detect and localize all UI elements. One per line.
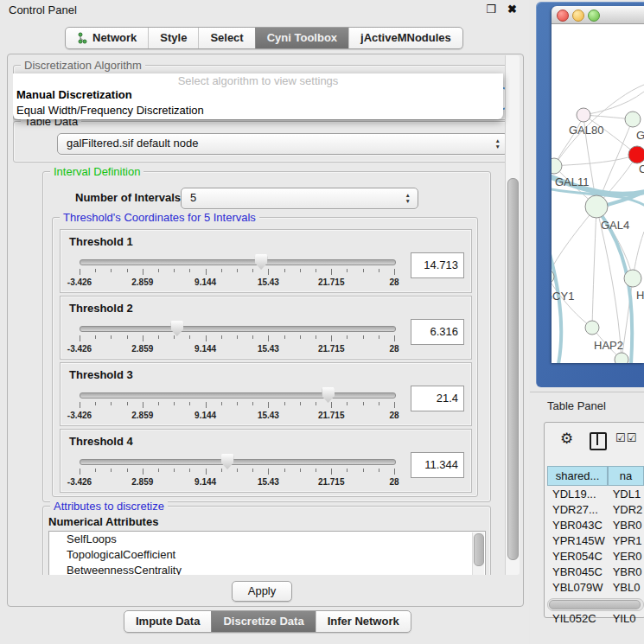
numerical-attributes-list[interactable]: SelfLoopsTopologicalCoefficientBetweenne… [48,531,486,575]
zoom-traffic-light-icon[interactable] [588,10,600,22]
table-row[interactable]: YBR043CYBR0 [547,518,644,533]
network-edge[interactable] [554,155,637,166]
network-node-green[interactable] [625,112,641,127]
table-row[interactable]: YER054CYER0 [547,549,644,564]
table-row[interactable]: YBL079WYBL0 [547,580,644,596]
attribute-item-betweennesscentrality[interactable]: BetweennessCentrality [49,563,485,575]
close-traffic-light-icon[interactable] [557,10,569,22]
dropdown-item-manual-discretization[interactable]: Manual Discretization [13,87,503,103]
threshold-value-field[interactable]: 14.713 [411,252,464,278]
close-icon[interactable]: ✖ [507,3,517,16]
num-intervals-label: Number of Intervals [75,191,181,204]
threshold-value-field[interactable]: 11.344 [411,452,464,478]
slider-thumb[interactable] [322,387,335,403]
gear-icon[interactable]: ⚙ [560,430,573,448]
network-node-pink[interactable] [577,108,590,122]
network-edge[interactable] [552,207,596,277]
stepper-down-icon: ▼ [405,198,411,204]
tick-mark [347,269,348,272]
network-edge[interactable] [592,207,596,328]
tick-mark [189,335,190,339]
table-row[interactable]: YPR145WYPR1 [547,533,644,549]
panel-scrollbar[interactable] [505,55,520,575]
minimize-traffic-light-icon[interactable] [572,10,584,22]
network-node-green[interactable] [615,353,628,363]
table-column-header[interactable]: shared... [547,466,608,486]
panel-title: Control Panel [9,3,77,16]
tick-mark [221,402,222,405]
tab-style[interactable]: Style [148,28,198,48]
attribute-item-selfloops[interactable]: SelfLoops [49,532,485,547]
tick-mark [268,402,269,408]
table-cell: YBR043C [547,518,608,533]
tick-mark [363,335,364,339]
network-icon [77,32,88,44]
slider-thumb[interactable] [170,321,183,336]
network-node-green[interactable] [585,321,599,335]
split-columns-icon[interactable] [590,432,607,450]
tick-mark [174,402,175,405]
tab-impute-data[interactable]: Impute Data [124,611,211,632]
tab-select[interactable]: Select [198,28,254,48]
network-edge[interactable] [554,115,583,166]
apply-button[interactable]: Apply [232,581,292,602]
tab-cyni-toolbox[interactable]: Cyni Toolbox [255,28,348,48]
tick-mark [206,402,207,408]
table-column-header[interactable]: na [608,466,644,486]
tick-label: 28 [389,344,399,354]
slider-track[interactable] [80,326,396,332]
tab-label: Network [92,28,137,48]
tick-mark [347,469,348,472]
threshold-value-field[interactable]: 6.316 [411,319,464,345]
threshold-label: Threshold 1 [69,235,133,248]
network-node-green[interactable] [585,195,608,218]
tick-mark [143,335,143,341]
network-node-red[interactable] [628,146,644,163]
list-scrollbar-thumb[interactable] [474,533,484,566]
tab-network[interactable]: Network [66,28,148,48]
table-toolbar: ⚙ ☑☑ [545,423,644,461]
tab-infer-network[interactable]: Infer Network [316,611,411,632]
table-row[interactable]: YBR045CYBR0 [547,564,644,580]
network-node-label: GAL80 [569,124,603,137]
network-node-label: GAL11 [555,175,590,188]
panel-scrollbar-thumb[interactable] [507,178,519,560]
tab-discretize-data[interactable]: Discretize Data [211,611,315,632]
network-edge-thick[interactable] [552,245,561,363]
tick-mark [379,469,379,472]
tick-mark [80,269,80,275]
table-row[interactable]: YDL19...YDL1 [547,487,644,502]
table-hscrollbar-thumb[interactable] [549,600,641,609]
list-scrollbar[interactable] [472,532,484,575]
tick-mark [127,335,128,339]
slider-track[interactable] [80,259,396,265]
tick-mark [111,269,112,272]
slider-track[interactable] [80,459,396,465]
slider-track[interactable] [80,392,396,399]
slider-thumb[interactable] [255,254,268,270]
threshold-value-field[interactable]: 21.4 [411,386,464,411]
tick-mark [331,402,332,408]
slider-thumb[interactable] [221,454,234,469]
table-row[interactable]: YIL052CYIL0 [547,611,644,627]
network-node-green[interactable] [624,270,641,287]
table-data-combobox[interactable]: galFiltered.sif default node ▲ ▼ [57,133,508,155]
float-icon[interactable]: ❒ [486,3,496,16]
network-node-green[interactable] [552,158,562,174]
tab-jactivemnodules[interactable]: jActiveMNodules [348,28,462,48]
threshold-panel: Threshold 1-3.4262.8599.14415.4321.71528… [60,229,472,293]
checkbox-icons[interactable]: ☑☑ [615,431,637,444]
network-canvas[interactable]: GAL80GCGAL11GAL4GCY1HHAP2 [552,24,644,363]
table-row[interactable]: YDR27...YDR2 [547,502,644,518]
threshold-panel: Threshold 3-3.4262.8599.14415.4321.71528… [60,362,472,426]
table-cell: YIL052C [547,611,608,627]
tick-mark [379,402,379,405]
num-intervals-combobox[interactable]: 5 ▲ ▼ [181,188,418,209]
checkbox-icon[interactable]: ☑ [615,431,627,444]
tick-mark [158,402,159,405]
network-window-titlebar [552,6,644,24]
dropdown-item-equal-width-frequency-discretization[interactable]: Equal Width/Frequency Discretization [13,103,503,118]
attribute-item-topologicalcoefficient[interactable]: TopologicalCoefficient [49,547,485,563]
table-hscrollbar[interactable] [547,598,644,611]
checkbox-icon[interactable]: ☑ [627,431,638,444]
